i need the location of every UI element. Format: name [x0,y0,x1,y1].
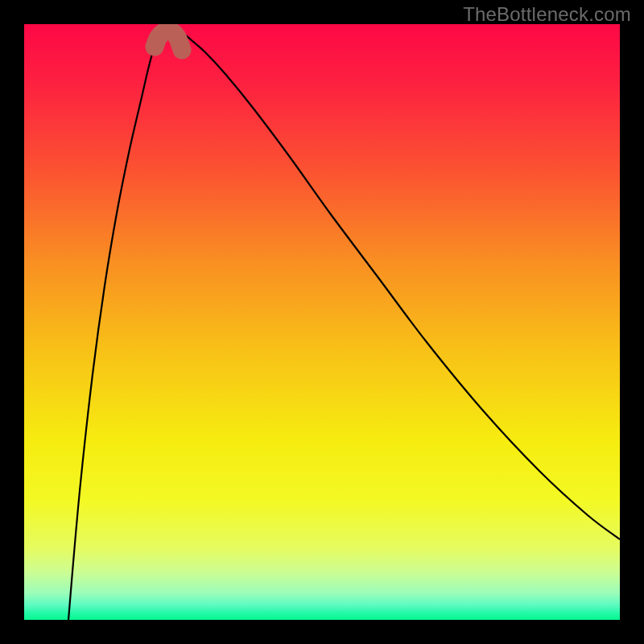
curve-right-branch [177,31,620,539]
curve-left-branch [68,31,161,620]
watermark-text: TheBottleneck.com [463,3,631,26]
curve-layer [24,24,620,620]
plot-area [24,24,620,620]
outer-frame: TheBottleneck.com [0,0,644,644]
minimum-marker [155,31,182,50]
